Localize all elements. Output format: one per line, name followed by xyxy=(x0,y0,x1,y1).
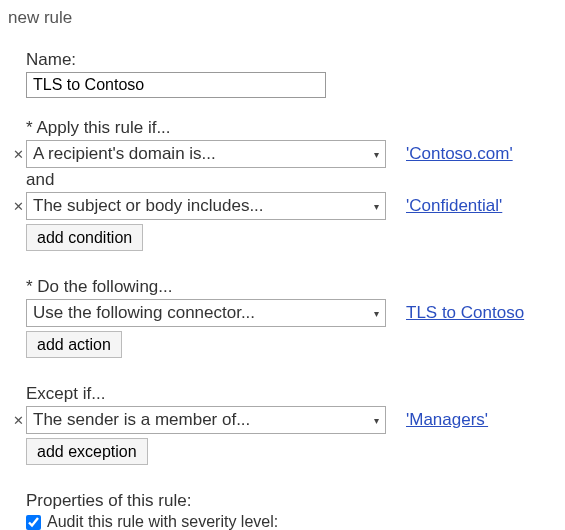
audit-checkbox[interactable] xyxy=(26,515,41,530)
actions-header: * Do the following... xyxy=(26,277,557,297)
audit-row: Audit this rule with severity level: xyxy=(26,513,557,530)
remove-condition-icon[interactable]: ✕ xyxy=(11,148,25,161)
condition-value-link[interactable]: 'Contoso.com' xyxy=(406,144,513,164)
condition-dropdown[interactable]: The subject or body includes... ▾ xyxy=(26,192,386,220)
add-exception-button[interactable]: add exception xyxy=(26,438,148,465)
condition-dropdown-text: The subject or body includes... xyxy=(33,196,264,216)
chevron-down-icon: ▾ xyxy=(374,149,379,160)
action-value-link[interactable]: TLS to Contoso xyxy=(406,303,524,323)
exception-dropdown-text: The sender is a member of... xyxy=(33,410,250,430)
name-input[interactable] xyxy=(26,72,326,98)
properties-header: Properties of this rule: xyxy=(26,491,557,511)
audit-label: Audit this rule with severity level: xyxy=(47,513,278,530)
add-action-button[interactable]: add action xyxy=(26,331,122,358)
action-dropdown-text: Use the following connector... xyxy=(33,303,255,323)
condition-value-link[interactable]: 'Confidential' xyxy=(406,196,502,216)
action-dropdown[interactable]: Use the following connector... ▾ xyxy=(26,299,386,327)
condition-dropdown-text: A recipient's domain is... xyxy=(33,144,216,164)
action-row: Use the following connector... ▾ TLS to … xyxy=(26,299,557,327)
exceptions-header: Except if... xyxy=(26,384,557,404)
condition-dropdown[interactable]: A recipient's domain is... ▾ xyxy=(26,140,386,168)
dialog-title: new rule xyxy=(8,8,557,28)
rule-form: Name: * Apply this rule if... ✕ A recipi… xyxy=(8,50,557,530)
chevron-down-icon: ▾ xyxy=(374,201,379,212)
exception-dropdown[interactable]: The sender is a member of... ▾ xyxy=(26,406,386,434)
remove-exception-icon[interactable]: ✕ xyxy=(11,414,25,427)
add-condition-button[interactable]: add condition xyxy=(26,224,143,251)
condition-row: ✕ The subject or body includes... ▾ 'Con… xyxy=(26,192,557,220)
chevron-down-icon: ▾ xyxy=(374,415,379,426)
exception-row: ✕ The sender is a member of... ▾ 'Manage… xyxy=(26,406,557,434)
conditions-header: * Apply this rule if... xyxy=(26,118,557,138)
name-label: Name: xyxy=(26,50,557,70)
and-label: and xyxy=(26,170,557,190)
chevron-down-icon: ▾ xyxy=(374,308,379,319)
exception-value-link[interactable]: 'Managers' xyxy=(406,410,488,430)
condition-row: ✕ A recipient's domain is... ▾ 'Contoso.… xyxy=(26,140,557,168)
remove-condition-icon[interactable]: ✕ xyxy=(11,200,25,213)
